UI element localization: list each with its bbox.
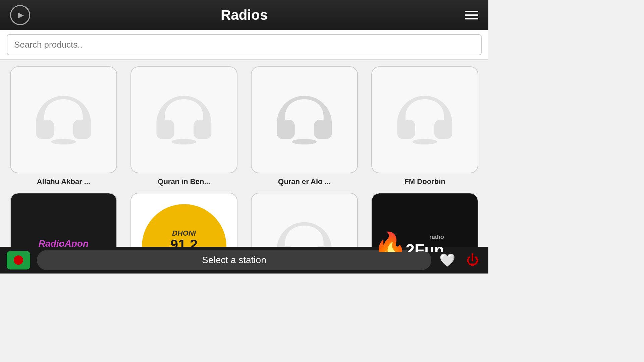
station-image-dhoni: DHONI 91.2 fm ਸੁਣੋ ਦਿਲ ਦੀ ਗੱਲ	[130, 193, 237, 252]
menu-button[interactable]	[465, 11, 478, 19]
station-fm-2fun[interactable]: 🔥 radio2Fun FM 2Fun	[371, 193, 478, 252]
select-station-label[interactable]: Select a station	[37, 250, 431, 270]
station-image-quran-ben	[130, 66, 237, 173]
dhoni-logo: DHONI 91.2 fm ਸੁਣੋ ਦਿਲ ਦੀ ਗੱਲ	[142, 204, 226, 252]
headphone-icon	[150, 85, 218, 154]
search-input[interactable]	[7, 34, 482, 55]
flag-circle	[14, 255, 23, 265]
power-button[interactable]: ⏻	[463, 251, 482, 269]
svg-point-0	[51, 139, 76, 144]
station-grid: Allahu Akbar ... Quran in Ben... Quran e…	[0, 60, 488, 252]
play-button[interactable]	[10, 5, 30, 25]
station-quran-ben[interactable]: Quran in Ben...	[130, 66, 237, 186]
station-label: FM Doorbin	[404, 177, 445, 186]
station-image-fm-doorbin	[371, 66, 478, 173]
station-quran-alo[interactable]: Quran er Alo ...	[251, 66, 358, 186]
station-label: Quran er Alo ...	[278, 177, 331, 186]
2fun-logo-text: radio2Fun	[406, 234, 444, 252]
favorites-button[interactable]: 🤍	[438, 251, 457, 269]
flag-button[interactable]	[7, 251, 30, 269]
power-icon: ⏻	[466, 253, 479, 267]
station-online-gaan[interactable]: Online Gaan ...	[251, 193, 358, 252]
svg-point-2	[292, 139, 317, 144]
headphone-icon	[29, 85, 98, 154]
svg-point-3	[413, 139, 437, 144]
svg-point-1	[172, 139, 197, 144]
headphone-icon	[390, 85, 459, 154]
station-image-quran-alo	[251, 66, 358, 173]
headphone-icon	[270, 85, 339, 154]
flame-icon: 🔥	[374, 231, 407, 252]
station-image-online-gaan	[251, 193, 358, 252]
station-dhoni[interactable]: DHONI 91.2 fm ਸੁਣੋ ਦਿਲ ਦੀ ਗੱਲ Dhoni 91.2…	[130, 193, 237, 252]
station-label: Allahu Akbar ...	[37, 177, 90, 186]
station-image-fm-2fun: 🔥 radio2Fun	[371, 193, 478, 252]
header: Radios	[0, 0, 488, 30]
station-fm-apon[interactable]: RadioApon Bangla Online Radio FM Apon	[10, 193, 117, 252]
station-fm-doorbin[interactable]: FM Doorbin	[371, 66, 478, 186]
station-image-allahu-akbar	[10, 66, 117, 173]
station-label: Quran in Ben...	[158, 177, 210, 186]
search-bar	[0, 30, 488, 60]
heart-icon: 🤍	[439, 253, 455, 267]
app-title: Radios	[221, 7, 268, 23]
station-image-fm-apon: RadioApon Bangla Online Radio	[10, 193, 117, 252]
headphone-icon	[270, 212, 339, 252]
station-allahu-akbar[interactable]: Allahu Akbar ...	[10, 66, 117, 186]
